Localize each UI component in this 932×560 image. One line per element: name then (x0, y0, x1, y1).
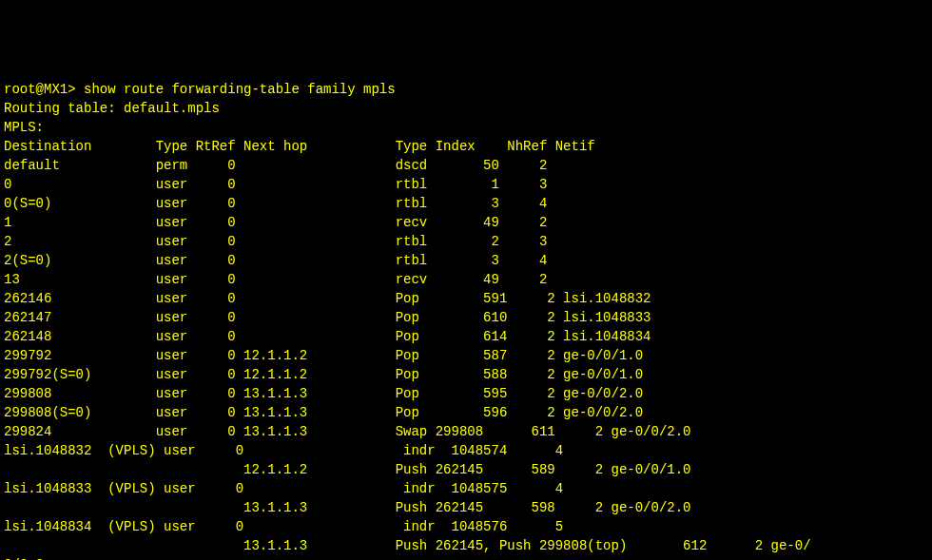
row: default perm 0 dscd 50 2 (4, 158, 547, 173)
row: lsi.1048832 (VPLS) user 0 indr 1048574 4 (4, 443, 563, 458)
row: lsi.1048834 (VPLS) user 0 indr 1048576 5 (4, 519, 563, 534)
row: 299808(S=0) user 0 13.1.1.3 Pop 596 2 ge… (4, 405, 643, 420)
shell-prompt: root@MX1> (4, 82, 84, 97)
row: 299824 user 0 13.1.1.3 Swap 299808 611 2… (4, 424, 691, 439)
row: 13 user 0 recv 49 2 (4, 272, 547, 287)
row: 2(S=0) user 0 rtbl 3 4 (4, 253, 547, 268)
row: 0(S=0) user 0 rtbl 3 4 (4, 196, 547, 211)
command-text: show route forwarding-table family mpls (84, 82, 396, 97)
proto-1: MPLS: (4, 120, 44, 135)
row: 262147 user 0 Pop 610 2 lsi.1048833 (4, 310, 651, 325)
row: 299792(S=0) user 0 12.1.1.2 Pop 588 2 ge… (4, 367, 643, 382)
terminal-output: root@MX1> show route forwarding-table fa… (4, 82, 811, 560)
row: 0 user 0 rtbl 1 3 (4, 177, 547, 192)
row: 12.1.1.2 Push 262145 589 2 ge-0/0/1.0 (4, 462, 691, 477)
row: 299792 user 0 12.1.1.2 Pop 587 2 ge-0/0/… (4, 348, 643, 363)
header-1: Destination Type RtRef Next hop Type Ind… (4, 139, 595, 154)
row: lsi.1048833 (VPLS) user 0 indr 1048575 4 (4, 481, 563, 496)
row: 262148 user 0 Pop 614 2 lsi.1048834 (4, 329, 651, 344)
row: 1 user 0 recv 49 2 (4, 215, 547, 230)
row: 13.1.1.3 Push 262145 598 2 ge-0/0/2.0 (4, 500, 691, 515)
row: 13.1.1.3 Push 262145, Push 299808(top) 6… (4, 538, 811, 553)
row: 299808 user 0 13.1.1.3 Pop 595 2 ge-0/0/… (4, 386, 643, 401)
row: 2 user 0 rtbl 2 3 (4, 234, 547, 249)
routing-table-1: Routing table: default.mpls (4, 101, 220, 116)
row: 262146 user 0 Pop 591 2 lsi.1048832 (4, 291, 651, 306)
